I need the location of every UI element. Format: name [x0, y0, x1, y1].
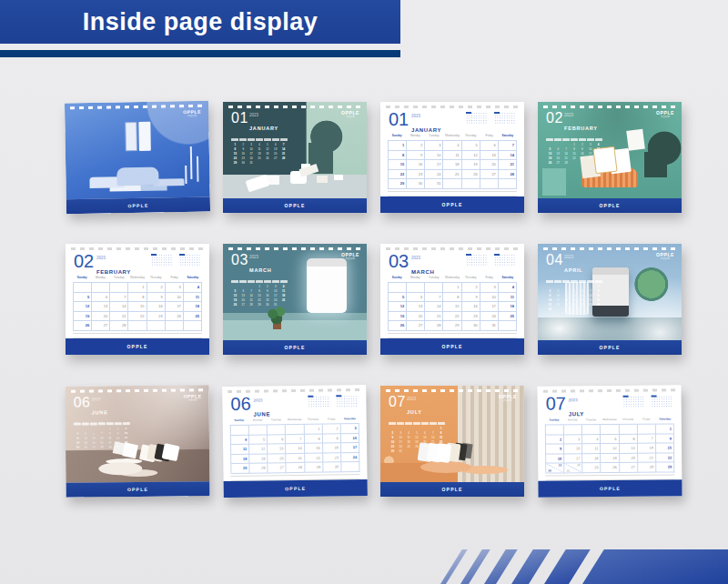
weekday-pill	[571, 138, 578, 141]
calendar-footer: OPPLE	[380, 338, 524, 355]
calendar-page-march-photo[interactable]: 032023MARCHOPPLE欧普照明12345678910111213141…	[223, 244, 367, 355]
calendar-page-july-photo[interactable]: 072023JULYOPPLE欧普照明123456789101112131415…	[380, 386, 524, 497]
year-label: 2023	[407, 398, 422, 402]
date-cell: 15	[443, 302, 461, 312]
calendar-page-january-photo[interactable]: 012023JANUARYOPPLE欧普照明123456789101112131…	[223, 102, 367, 213]
mini-date	[586, 161, 594, 166]
calendar-page-june-photo[interactable]: 062023JUNEOPPLE欧普照明123456789101112131415…	[65, 385, 209, 497]
mini-month-prev	[466, 112, 488, 124]
date-cell: 31	[425, 179, 443, 189]
mini-weekday-row	[74, 422, 130, 425]
weekday-label: Tuesday	[425, 276, 443, 279]
date-cell: 30	[462, 321, 480, 331]
weekday-pill	[546, 280, 553, 283]
mini-date: 27	[554, 161, 562, 166]
date-cell	[480, 179, 499, 189]
date-cell: 23	[407, 170, 425, 180]
mini-date	[594, 161, 602, 166]
date-cell: 16	[546, 454, 564, 464]
weekday-header: SundayMondayTuesdayWednesdayThursdayFrid…	[545, 417, 674, 421]
date-cell: 7	[638, 434, 656, 444]
calendar-page-april-photo[interactable]: 042023APRILOPPLE欧普照明12345678910111213141…	[538, 244, 682, 355]
weekday-pill	[579, 138, 586, 141]
opple-logo-subtext: 欧普照明	[499, 399, 517, 402]
date-cell: 3	[166, 283, 184, 293]
weekday-pill	[272, 138, 279, 141]
footer-brand-label: OPPLE	[442, 344, 463, 349]
date-cell	[425, 283, 443, 293]
mini-date: 31	[397, 449, 405, 454]
date-overflow: 31	[566, 468, 570, 472]
weekday-label: Thursday	[461, 276, 480, 279]
weekday-label: Wednesday	[443, 276, 461, 279]
date-cell: 12	[249, 444, 268, 454]
mini-weekday-row	[546, 280, 602, 283]
date-cell: 18	[499, 302, 517, 312]
date-cell: 22	[656, 453, 674, 463]
mini-date	[279, 303, 288, 307]
calendar-title: 012023JANUARY	[389, 110, 441, 133]
weekday-label: Tuesday	[110, 276, 128, 279]
weekday-label: Monday	[406, 276, 424, 279]
calendar-page-january-grid[interactable]: 012023JANUARYSundayMondayTuesdayWednesda…	[380, 102, 524, 213]
weekday-label: Saturday	[184, 276, 202, 279]
calendar-page-february-grid[interactable]: 022023FEBRUARYSundayMondayTuesdayWednesd…	[66, 244, 209, 355]
date-cell: 6	[92, 293, 110, 303]
calendar-page-july-grid[interactable]: 072023JULYSundayMondayTuesdayWednesdayTh…	[537, 385, 682, 497]
date-cell: 16	[323, 443, 341, 453]
footer-brand-label: OPPLE	[600, 486, 621, 491]
date-cell: 27	[268, 463, 287, 473]
weekday-pill	[595, 280, 602, 283]
date-cell	[110, 283, 128, 293]
date-cell	[341, 462, 359, 472]
date-cell: 18	[443, 160, 461, 170]
mini-month-next	[652, 395, 673, 407]
calendar-page-march-grid[interactable]: 032023MARCHSundayMondayTuesdayWednesdayT…	[380, 244, 524, 355]
weekday-label: Sunday	[230, 418, 248, 422]
footer-brand-label: OPPLE	[285, 486, 306, 491]
date-cell	[546, 425, 564, 435]
date-cell: 11	[443, 151, 461, 161]
calendar-page-june-grid[interactable]: 062023JUNESundayMondayTuesdayWednesdayTh…	[222, 385, 368, 498]
mini-date: 27	[90, 445, 98, 449]
opple-logo-subtext: 欧普照明	[183, 115, 201, 117]
weekday-pill	[231, 280, 238, 283]
month-name: JULY	[569, 411, 584, 417]
date-cell: 6	[407, 293, 425, 303]
calendar-title: 032023MARCH	[389, 252, 434, 275]
date-cell: 24	[166, 312, 184, 322]
date-cell: 5	[462, 141, 480, 151]
date-cell: 11	[184, 293, 202, 303]
mini-date: 30	[389, 449, 397, 454]
date-cell: 2	[546, 435, 564, 445]
mini-month-prev	[466, 254, 488, 266]
date-cell	[92, 283, 110, 293]
calendar-page-february-photo[interactable]: 022023FEBRUARYOPPLE欧普照明12345678910111213…	[538, 102, 682, 213]
date-grid: 1234567891011121314151617181920212223242…	[388, 282, 517, 331]
date-cell: 26	[74, 321, 92, 331]
mini-date: 28	[248, 303, 256, 307]
date-cell: 13	[620, 444, 638, 454]
month-number: 06	[74, 394, 91, 409]
binding-holes	[386, 247, 519, 250]
mini-date: 26	[546, 161, 554, 166]
footer-brand-label: OPPLE	[600, 345, 621, 350]
date-cell: 29	[389, 179, 407, 189]
calendar-page-cover-photo[interactable]: OPPLE欧普照明OPPLE	[65, 101, 210, 215]
date-grid: 1234567891011121314151617181920212223242…	[388, 140, 517, 189]
date-cell: 5	[249, 435, 268, 445]
weekday-label: Friday	[165, 276, 183, 279]
weekday-pill	[397, 422, 404, 425]
weekday-pill	[82, 422, 89, 425]
date-cell	[166, 321, 184, 331]
date-cell: 21	[287, 453, 305, 463]
note-line	[388, 196, 517, 196]
weekday-pill	[256, 280, 263, 283]
opple-logo: OPPLE欧普照明	[341, 252, 359, 260]
calendar-footer: OPPLE	[380, 482, 524, 497]
date-cell: 28	[287, 463, 305, 473]
year-label: 2023	[92, 398, 108, 402]
weekday-pill	[546, 138, 553, 141]
date-cell: 17	[166, 302, 184, 312]
calendar-title: 032023MARCH	[231, 253, 271, 273]
